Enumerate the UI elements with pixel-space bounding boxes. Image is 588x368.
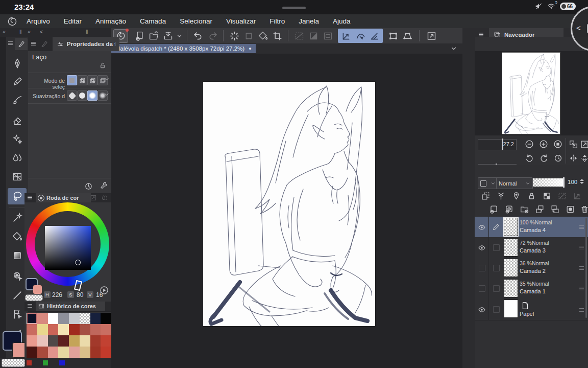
- menu-camada[interactable]: Camada: [140, 17, 166, 25]
- tool-blend[interactable]: [8, 150, 27, 166]
- tool-brush[interactable]: [8, 92, 27, 108]
- tool-palette-menu-icon[interactable]: [7, 40, 14, 47]
- visibility-off-placeholder[interactable]: [479, 265, 485, 271]
- fill-button[interactable]: [256, 29, 270, 42]
- layer-row-menu-icon[interactable]: [578, 285, 585, 292]
- collapse-left-icon[interactable]: «: [3, 29, 6, 35]
- delete-layer-button[interactable]: [580, 204, 588, 214]
- color-swatch[interactable]: [27, 313, 37, 324]
- layer-row-camada-4[interactable]: 100 %Normal Camada 4: [475, 217, 588, 238]
- save-button[interactable]: [161, 29, 175, 42]
- zoom-in-button[interactable]: [538, 139, 549, 150]
- menu-selecionar[interactable]: Selecionar: [180, 17, 212, 25]
- flip-horizontal-button[interactable]: [568, 152, 579, 164]
- palette-color-dropdown[interactable]: [478, 177, 498, 189]
- tool-lasso[interactable]: [8, 188, 27, 204]
- save-options-chevron-icon[interactable]: [175, 33, 183, 39]
- visibility-eye-icon[interactable]: [478, 244, 486, 252]
- snap-to-ruler-toggle[interactable]: [339, 29, 353, 42]
- fit-to-window-button[interactable]: [579, 139, 588, 150]
- panel-menu-icon[interactable]: [27, 303, 33, 309]
- layer-row-menu-icon[interactable]: [578, 244, 585, 251]
- rotate-right-button[interactable]: [538, 152, 549, 164]
- tool-eraser[interactable]: [8, 112, 27, 129]
- smoothing-solid-button[interactable]: [77, 90, 87, 101]
- tool-pen[interactable]: [8, 55, 27, 72]
- slider-mode-button[interactable]: [99, 285, 109, 295]
- tool-gradient[interactable]: [8, 247, 27, 264]
- color-swatch[interactable]: [101, 335, 111, 347]
- color-swatch[interactable]: [27, 324, 37, 335]
- arrow-left-icon[interactable]: <: [40, 29, 43, 35]
- transform-perspective-button[interactable]: [400, 29, 414, 42]
- color-swatch[interactable]: [80, 324, 90, 335]
- red-chip[interactable]: [27, 360, 32, 365]
- navigator-preview-area[interactable]: [475, 51, 588, 135]
- zoom-100-button[interactable]: [552, 139, 564, 150]
- color-swatch[interactable]: [69, 324, 80, 335]
- selection-mode-new-button[interactable]: [67, 75, 77, 85]
- menu-visualizar[interactable]: Visualizar: [226, 17, 256, 25]
- menu-ajuda[interactable]: Ajuda: [333, 17, 351, 25]
- color-swatch[interactable]: [69, 335, 80, 347]
- panel-menu-icon[interactable]: [30, 40, 37, 47]
- clip-studio-logo-icon[interactable]: [7, 16, 17, 27]
- opacity-slider-handle[interactable]: [563, 177, 565, 188]
- color-swatch[interactable]: [48, 324, 59, 335]
- collapse-left2-icon[interactable]: «: [28, 29, 31, 35]
- color-swatch[interactable]: [90, 347, 101, 358]
- layers-scrollbar[interactable]: [585, 218, 587, 318]
- divider-handle-icon[interactable]: ‖: [19, 29, 22, 35]
- layer-thumbnail[interactable]: [504, 259, 518, 277]
- color-set-tab-icon[interactable]: [90, 194, 97, 201]
- color-swatch[interactable]: [58, 313, 69, 324]
- layer-mask-button[interactable]: [566, 204, 575, 214]
- color-swatch[interactable]: [27, 335, 37, 347]
- color-swatch[interactable]: [90, 324, 101, 335]
- snap-to-special-ruler-toggle[interactable]: [353, 29, 368, 42]
- canvas-page[interactable]: [203, 82, 375, 326]
- layer-thumbnail[interactable]: [504, 239, 518, 256]
- blend-mode-dropdown[interactable]: Normal: [496, 177, 533, 189]
- tool-frame[interactable]: [8, 169, 27, 185]
- smoothing-soft-button[interactable]: [87, 90, 97, 101]
- enable-mask-button[interactable]: [557, 191, 567, 201]
- layer-row-menu-icon[interactable]: [578, 265, 585, 271]
- crop-button[interactable]: [270, 29, 284, 42]
- layer-row-camada-3[interactable]: 72 %Normal Camada 3: [475, 237, 588, 258]
- menu-arquivo[interactable]: Arquivo: [27, 17, 50, 25]
- tool-palette-tab[interactable]: [15, 38, 28, 50]
- snap-to-grid-toggle[interactable]: [368, 29, 382, 42]
- tool-object[interactable]: [8, 268, 27, 284]
- draft-layer-button[interactable]: [511, 191, 521, 201]
- transparent-color-swatch[interactable]: [25, 294, 43, 301]
- open-file-button[interactable]: [146, 29, 161, 42]
- approx-color-tab-icon[interactable]: [101, 194, 108, 201]
- menu-janela[interactable]: Janela: [299, 17, 319, 25]
- tool-frame-border[interactable]: [8, 306, 27, 323]
- color-swatch[interactable]: [101, 313, 111, 324]
- tool-magic-wand[interactable]: [8, 210, 27, 226]
- color-swatch[interactable]: [37, 313, 48, 324]
- zoom-slider[interactable]: 27.2: [478, 139, 517, 150]
- opacity-stepper[interactable]: [580, 179, 584, 184]
- screen-settings-button[interactable]: [424, 29, 438, 42]
- reset-rotation-button[interactable]: [552, 152, 564, 164]
- new-canvas-button[interactable]: [132, 29, 146, 42]
- document-tab[interactable]: Malévola dispatch * (2480 x 3508px 72dpi…: [111, 44, 256, 53]
- settings-wrench-icon[interactable]: [100, 182, 108, 191]
- merge-down-button[interactable]: [550, 204, 560, 214]
- divider-handle-icon[interactable]: ‖: [86, 29, 88, 35]
- color-swatch-transparent[interactable]: [80, 313, 90, 324]
- redo-button[interactable]: [205, 29, 219, 42]
- selection-border-button[interactable]: [321, 29, 335, 42]
- color-swatch[interactable]: [48, 313, 59, 324]
- undo-button[interactable]: [191, 29, 205, 42]
- lock-open-icon[interactable]: [99, 61, 107, 70]
- sv-cursor[interactable]: [75, 260, 81, 265]
- selection-mode-add-button[interactable]: [77, 75, 87, 85]
- color-swatch[interactable]: [90, 313, 101, 324]
- flip-vertical-button[interactable]: [579, 152, 588, 164]
- transform-mesh-button[interactable]: [386, 29, 400, 42]
- menu-animacao[interactable]: Animação: [95, 17, 126, 25]
